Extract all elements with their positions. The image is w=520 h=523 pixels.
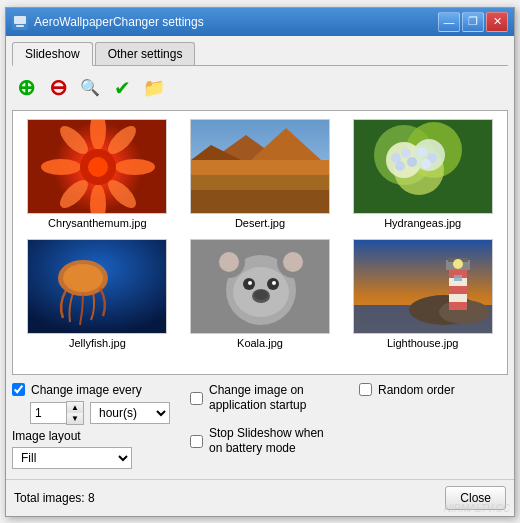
svg-rect-2	[16, 25, 24, 27]
image-thumb	[27, 119, 167, 214]
interval-value-input[interactable]	[30, 402, 66, 424]
random-order-label: Random order	[378, 383, 455, 397]
stop-slideshow-row: Stop Slideshow when on battery mode	[190, 426, 339, 457]
image-thumb	[190, 239, 330, 334]
image-grid: Chrysanthemum.jpg	[21, 119, 499, 349]
change-image-row: Change image every	[12, 383, 170, 397]
total-images: Total images: 8	[14, 491, 95, 505]
stop-slideshow-checkbox[interactable]	[190, 435, 203, 448]
search-button[interactable]: 🔍	[76, 74, 104, 102]
title-bar-left: AeroWallpaperChanger settings	[12, 14, 204, 30]
svg-point-30	[407, 157, 417, 167]
folder-button[interactable]: 📁	[140, 74, 168, 102]
svg-point-8	[115, 159, 155, 175]
svg-rect-21	[191, 190, 330, 214]
tab-other-settings[interactable]: Other settings	[95, 42, 196, 65]
svg-point-29	[401, 148, 411, 158]
image-label: Chrysanthemum.jpg	[48, 217, 146, 229]
add-button[interactable]: ⊕	[12, 74, 40, 102]
spinner-down-button[interactable]: ▼	[67, 413, 83, 424]
change-startup-checkbox[interactable]	[190, 392, 203, 405]
image-label: Desert.jpg	[235, 217, 285, 229]
minimize-button[interactable]: —	[438, 12, 460, 32]
interval-unit-select[interactable]: minute(s) hour(s) day(s)	[90, 402, 170, 424]
list-item[interactable]: Koala.jpg	[184, 239, 337, 349]
svg-point-31	[395, 161, 405, 171]
change-image-group: Change image every ▲ ▼ minute(s) hour(s)…	[12, 383, 170, 469]
app-icon	[12, 14, 28, 30]
svg-point-61	[453, 259, 463, 269]
svg-point-14	[88, 157, 108, 177]
options-section: Change image every ▲ ▼ minute(s) hour(s)…	[12, 383, 508, 469]
restore-button[interactable]: ❐	[462, 12, 484, 32]
spinner-up-button[interactable]: ▲	[67, 402, 83, 413]
image-layout-row: Image layout	[12, 429, 170, 443]
image-label: Hydrangeas.jpg	[384, 217, 461, 229]
check-button[interactable]: ✔	[108, 74, 136, 102]
tab-slideshow[interactable]: Slideshow	[12, 42, 93, 66]
title-buttons: — ❐ ✕	[438, 12, 508, 32]
list-item[interactable]: Chrysanthemum.jpg	[21, 119, 174, 229]
image-grid-container[interactable]: Chrysanthemum.jpg	[12, 110, 508, 375]
random-order-checkbox[interactable]	[359, 383, 372, 396]
list-item[interactable]: Lighthouse.jpg	[346, 239, 499, 349]
list-item[interactable]: Desert.jpg	[184, 119, 337, 229]
svg-point-37	[63, 264, 103, 292]
window-close-button[interactable]: ✕	[486, 12, 508, 32]
image-thumb	[27, 239, 167, 334]
svg-rect-58	[449, 302, 467, 310]
random-order-group: Random order	[359, 383, 455, 397]
watermark: NIRMALTV.CC	[444, 503, 510, 514]
spinner-buttons: ▲ ▼	[66, 401, 84, 425]
bottom-bar: Total images: 8 Close NIRMALTV.CC	[6, 479, 514, 516]
svg-rect-1	[14, 16, 26, 24]
svg-point-32	[417, 147, 427, 157]
svg-point-47	[248, 281, 252, 285]
list-item[interactable]: Jellyfish.jpg	[21, 239, 174, 349]
svg-point-34	[421, 159, 431, 169]
svg-point-41	[219, 252, 239, 272]
image-layout-label: Image layout	[12, 429, 81, 443]
image-label: Koala.jpg	[237, 337, 283, 349]
image-label: Jellyfish.jpg	[69, 337, 126, 349]
change-startup-label: Change image on application startup	[209, 383, 339, 414]
startup-options-group: Change image on application startup Stop…	[190, 383, 339, 457]
interval-spinner: ▲ ▼	[30, 401, 84, 425]
interval-row: ▲ ▼ minute(s) hour(s) day(s)	[12, 401, 170, 425]
random-order-row: Random order	[359, 383, 455, 397]
layout-select-row: Fill Fit Stretch Tile Center Span	[12, 447, 170, 469]
svg-point-43	[283, 252, 303, 272]
svg-point-50	[254, 290, 268, 300]
change-startup-row: Change image on application startup	[190, 383, 339, 414]
tab-bar: Slideshow Other settings	[12, 42, 508, 66]
svg-rect-57	[449, 286, 467, 294]
image-thumb	[190, 119, 330, 214]
svg-point-7	[41, 159, 81, 175]
remove-button[interactable]: ⊖	[44, 74, 72, 102]
image-label: Lighthouse.jpg	[387, 337, 459, 349]
title-bar: AeroWallpaperChanger settings — ❐ ✕	[6, 8, 514, 36]
main-window: AeroWallpaperChanger settings — ❐ ✕ Slid…	[5, 7, 515, 517]
svg-point-48	[272, 281, 276, 285]
window-title: AeroWallpaperChanger settings	[34, 15, 204, 29]
change-image-checkbox[interactable]	[12, 383, 25, 396]
toolbar: ⊕ ⊖ 🔍 ✔ 📁	[12, 72, 508, 104]
image-thumb	[353, 239, 493, 334]
content-area: Slideshow Other settings ⊕ ⊖ 🔍 ✔ 📁	[6, 36, 514, 475]
list-item[interactable]: Hydrangeas.jpg	[346, 119, 499, 229]
image-layout-select[interactable]: Fill Fit Stretch Tile Center Span	[12, 447, 132, 469]
image-thumb	[353, 119, 493, 214]
change-image-label: Change image every	[31, 383, 142, 397]
stop-slideshow-label: Stop Slideshow when on battery mode	[209, 426, 339, 457]
svg-rect-62	[454, 275, 462, 281]
